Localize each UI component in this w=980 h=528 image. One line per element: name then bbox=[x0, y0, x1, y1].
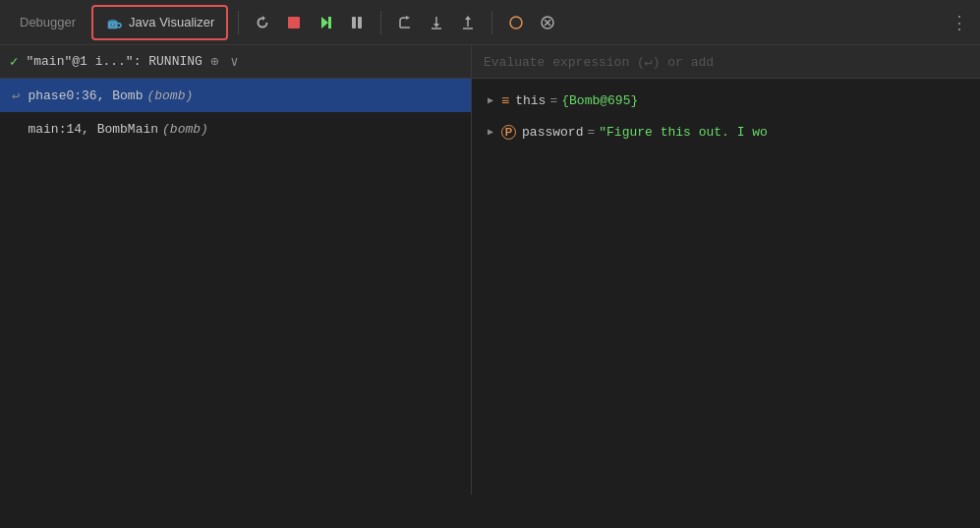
frame-return-icon: ↩ bbox=[12, 88, 20, 104]
rerun-button[interactable] bbox=[249, 9, 276, 36]
skip-to-cursor-button[interactable] bbox=[534, 9, 561, 36]
var-password-name: password bbox=[522, 125, 583, 140]
svg-rect-9 bbox=[358, 17, 362, 29]
var-item-password[interactable]: ▶ P password = "Figure this out. I wo bbox=[472, 116, 980, 147]
var-item-this[interactable]: ▶ ≡ this = {Bomb@695} bbox=[472, 85, 980, 116]
debug-status-bar: ✓ "main"@1 i...": RUNNING ⊕ ∨ bbox=[0, 45, 471, 79]
variables-list: ▶ ≡ this = {Bomb@695} ▶ P password = "Fi… bbox=[472, 79, 980, 153]
eval-placeholder-text: Evaluate expression (↵) or add bbox=[484, 54, 714, 70]
java-visualizer-tab-label: Java Visualizer bbox=[129, 15, 214, 29]
filter-icon[interactable]: ⊕ bbox=[210, 53, 218, 70]
var-password-value: "Figure this out. I wo bbox=[599, 125, 768, 140]
svg-point-1 bbox=[109, 19, 116, 22]
var-this-name: this bbox=[515, 93, 546, 108]
frames-list: ↩ phase0:36, Bomb (bomb) ↩ main:14, Bomb… bbox=[0, 79, 471, 495]
resume-button[interactable] bbox=[312, 9, 339, 36]
svg-rect-8 bbox=[352, 17, 356, 29]
step-out-button[interactable] bbox=[454, 9, 482, 36]
pause-button[interactable] bbox=[343, 9, 371, 36]
tab-debugger[interactable]: Debugger bbox=[8, 5, 87, 40]
svg-marker-10 bbox=[406, 16, 410, 20]
var-this-equals: = bbox=[549, 93, 557, 108]
svg-marker-6 bbox=[321, 17, 328, 29]
var-this-expand-icon[interactable]: ▶ bbox=[488, 94, 493, 106]
svg-marker-16 bbox=[465, 16, 471, 20]
svg-rect-5 bbox=[288, 17, 300, 29]
eval-bar[interactable]: Evaluate expression (↵) or add bbox=[472, 45, 980, 79]
frame-item-1[interactable]: ↩ main:14, BombMain (bomb) bbox=[0, 112, 471, 146]
tab-java-visualizer[interactable]: Java Visualizer bbox=[91, 5, 228, 40]
stop-button[interactable] bbox=[280, 9, 308, 36]
frame-0-name: phase0:36, Bomb bbox=[28, 88, 143, 103]
right-panel: Evaluate expression (↵) or add ▶ ≡ this … bbox=[472, 45, 980, 495]
var-password-private-icon: P bbox=[501, 125, 516, 140]
frame-1-name: main:14, BombMain bbox=[28, 122, 158, 137]
mute-breakpoints-button[interactable] bbox=[502, 9, 530, 36]
toolbar: Debugger Java Visualizer bbox=[0, 0, 980, 45]
svg-point-18 bbox=[510, 17, 522, 29]
var-this-value: {Bomb@695} bbox=[561, 93, 638, 108]
frame-1-context: (bomb) bbox=[162, 122, 208, 137]
svg-marker-13 bbox=[433, 24, 439, 28]
chevron-down-icon[interactable]: ∨ bbox=[230, 53, 238, 70]
step-into-button[interactable] bbox=[423, 9, 450, 36]
running-check-icon: ✓ bbox=[10, 53, 18, 70]
toolbar-separator-1 bbox=[238, 11, 239, 34]
coffee-icon bbox=[105, 14, 123, 31]
main-area: ✓ "main"@1 i...": RUNNING ⊕ ∨ ↩ phase0:3… bbox=[0, 45, 980, 495]
frame-0-context: (bomb) bbox=[146, 88, 193, 103]
svg-point-4 bbox=[112, 24, 113, 25]
left-panel: ✓ "main"@1 i...": RUNNING ⊕ ∨ ↩ phase0:3… bbox=[0, 45, 472, 495]
more-options-button[interactable]: ⋮ bbox=[947, 12, 972, 33]
svg-marker-7 bbox=[328, 17, 331, 29]
toolbar-separator-2 bbox=[380, 11, 381, 34]
thread-status-text: "main"@1 i...": RUNNING bbox=[26, 54, 202, 69]
var-this-field-icon: ≡ bbox=[501, 92, 509, 108]
var-password-equals: = bbox=[587, 125, 595, 140]
toolbar-separator-3 bbox=[491, 11, 492, 34]
debugger-tab-label: Debugger bbox=[20, 15, 76, 29]
step-over-button[interactable] bbox=[391, 9, 419, 36]
frame-item-0[interactable]: ↩ phase0:36, Bomb (bomb) bbox=[0, 79, 471, 112]
var-password-expand-icon[interactable]: ▶ bbox=[488, 126, 493, 138]
